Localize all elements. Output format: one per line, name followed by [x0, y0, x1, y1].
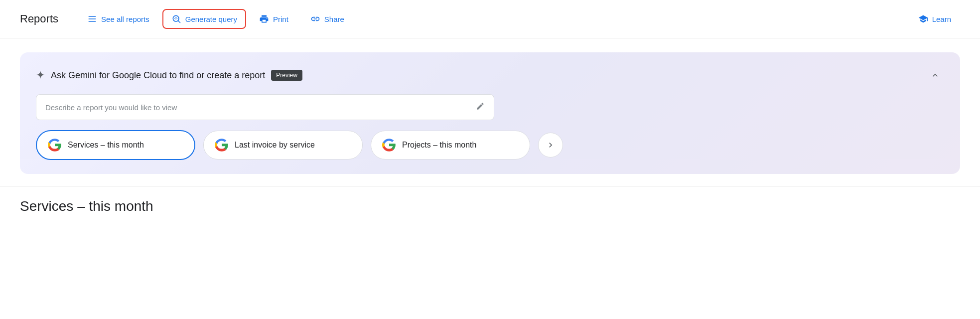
print-label: Print [273, 15, 288, 23]
gemini-card-header: ✦ Ask Gemini for Google Cloud to find or… [36, 66, 944, 84]
see-all-reports-button[interactable]: See all reports [78, 9, 158, 29]
chip-last-invoice[interactable]: Last invoice by service [203, 131, 363, 160]
gemini-search-input[interactable] [45, 103, 476, 112]
print-icon [259, 14, 269, 24]
sparkle-icon: ✦ [36, 69, 45, 82]
section-title: Services – this month [0, 186, 980, 218]
chip-services-this-month[interactable]: Services – this month [36, 130, 195, 160]
print-button[interactable]: Print [250, 9, 297, 29]
quick-reports-container: Services – this month Last invoice by se… [36, 130, 944, 160]
share-label: Share [324, 15, 344, 23]
toolbar: Reports See all reports [0, 0, 980, 38]
chips-next-button[interactable] [538, 133, 563, 158]
collapse-button[interactable] [926, 66, 944, 84]
see-all-reports-label: See all reports [101, 15, 149, 23]
preview-badge: Preview [271, 70, 302, 81]
svg-point-5 [175, 19, 176, 20]
gemini-search-container[interactable] [36, 94, 494, 120]
gcloud-icon-2 [215, 138, 229, 152]
page-title: Reports [20, 12, 58, 25]
chip-projects-this-month[interactable]: Projects – this month [371, 131, 530, 160]
learn-icon [918, 14, 928, 24]
chip-services-label: Services – this month [68, 141, 144, 150]
svg-rect-2 [89, 21, 96, 22]
generate-query-label: Generate query [185, 15, 237, 23]
learn-button[interactable]: Learn [909, 9, 960, 29]
share-icon [310, 14, 320, 24]
generate-query-icon [171, 14, 181, 24]
svg-rect-0 [89, 16, 96, 17]
chip-projects-label: Projects – this month [402, 141, 476, 150]
edit-icon [476, 102, 485, 113]
gcloud-icon-1 [48, 138, 62, 152]
gemini-title-row: ✦ Ask Gemini for Google Cloud to find or… [36, 69, 302, 82]
share-button[interactable]: Share [301, 9, 353, 29]
learn-label: Learn [932, 15, 951, 23]
gemini-title: Ask Gemini for Google Cloud to find or c… [51, 70, 265, 81]
svg-rect-1 [89, 18, 96, 19]
chip-last-invoice-label: Last invoice by service [235, 141, 315, 150]
svg-line-4 [178, 21, 180, 23]
gcloud-icon-3 [382, 138, 396, 152]
list-icon [87, 14, 97, 24]
gemini-card: ✦ Ask Gemini for Google Cloud to find or… [20, 52, 960, 174]
toolbar-actions: See all reports Generate query Print [78, 9, 494, 29]
generate-query-button[interactable]: Generate query [162, 9, 246, 29]
